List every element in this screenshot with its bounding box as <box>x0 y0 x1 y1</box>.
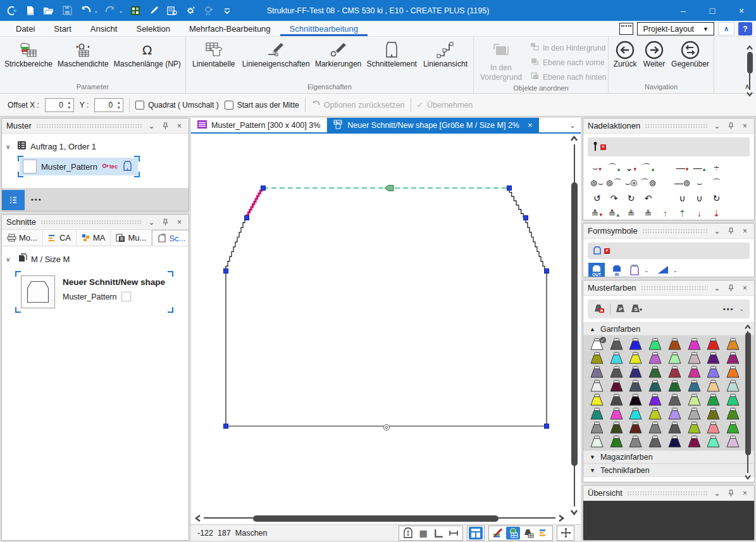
close-icon[interactable]: × <box>175 218 184 227</box>
canvas-horizontal-scrollbar[interactable] <box>194 513 566 523</box>
offset-x-input[interactable]: 0▴▾ <box>45 98 74 112</box>
linientabelle-button[interactable]: Linientabelle <box>188 39 240 68</box>
needle-action-icon[interactable]: ↷ <box>605 194 623 203</box>
needle-action-icon[interactable]: ÷ <box>708 163 725 172</box>
yarn-color-swatch[interactable] <box>607 421 626 434</box>
needle-action-icon[interactable]: ⇣ <box>708 209 725 218</box>
origin-marker[interactable] <box>383 424 389 430</box>
yarn-color-swatch[interactable] <box>587 365 607 379</box>
yarn-color-swatch[interactable] <box>665 435 685 448</box>
yarn-color-swatch[interactable] <box>723 407 743 420</box>
overview-preview[interactable] <box>583 501 754 540</box>
shape-node[interactable] <box>545 424 549 429</box>
yarn-color-swatch[interactable] <box>626 393 646 406</box>
cone-table-icon[interactable] <box>521 527 535 539</box>
yarn-color-swatch[interactable] <box>704 421 724 434</box>
yarn-color-swatch[interactable] <box>626 407 646 420</box>
schnittelement-button[interactable]: Schnittelement <box>364 39 419 68</box>
shape-node[interactable] <box>545 269 549 274</box>
chevron-down-icon[interactable]: ⌄ <box>739 306 744 312</box>
musterfarben-scrollbar[interactable] <box>743 324 752 481</box>
needle-action-icon[interactable]: ⌣▾ <box>588 163 605 172</box>
shape-node[interactable] <box>224 424 228 429</box>
layout-dropdown[interactable]: Projekt-Layout▼ <box>637 22 714 35</box>
row-colors-icon[interactable] <box>536 527 550 539</box>
minimize-button[interactable]: – <box>669 0 698 21</box>
pattern-shape[interactable] <box>191 134 568 516</box>
undo-icon[interactable] <box>79 4 92 17</box>
chevron-down-icon[interactable]: ⌄ <box>712 489 722 498</box>
needle-action-icon[interactable]: —⊚ <box>674 179 691 187</box>
yarn-color-swatch[interactable] <box>685 435 704 448</box>
more-colors-button[interactable]: ••• <box>723 305 734 313</box>
panel-grip[interactable] <box>642 229 708 234</box>
yarn-color-swatch[interactable] <box>626 337 646 351</box>
chevron-down-icon[interactable]: ⌄ <box>147 218 156 227</box>
yarn-color-swatch[interactable] <box>626 351 646 365</box>
shape-edge-stepped[interactable] <box>247 188 263 218</box>
needle-action-icon[interactable]: ↺ <box>588 194 605 203</box>
linienansicht-button[interactable]: Linienansicht <box>419 39 471 68</box>
linieneigenschaften-button[interactable]: Linieneigenschaften <box>240 39 313 68</box>
yarn-color-swatch[interactable] <box>723 379 743 393</box>
redo-dropdown-icon[interactable]: ⌄ <box>119 8 124 14</box>
offset-y-input[interactable]: 0▴▾ <box>94 98 123 112</box>
yarn-color-swatch[interactable] <box>723 351 743 365</box>
width-measure-icon[interactable] <box>447 527 461 539</box>
canvas-vertical-scrollbar[interactable] <box>569 134 579 517</box>
needle-action-icon[interactable]: ⌒▴ <box>640 163 657 172</box>
panel-grip[interactable] <box>36 123 142 129</box>
yarn-color-swatch[interactable] <box>685 407 704 420</box>
yarn-color-swatch[interactable] <box>645 393 665 406</box>
needle-action-icon[interactable]: ≗ <box>623 209 640 218</box>
needle-action-icon[interactable]: ≙▴ <box>605 209 623 218</box>
move-icon[interactable] <box>559 527 573 539</box>
list-view-button[interactable] <box>2 190 25 210</box>
tab-neuer-schnitt[interactable]: Neuer Schnitt/New shape [Größe M / Size … <box>327 118 538 132</box>
yarn-color-swatch[interactable] <box>723 435 743 448</box>
canvas[interactable] <box>191 134 581 524</box>
chevron-down-icon[interactable]: ⌄ <box>147 122 156 130</box>
yarn-color-swatch[interactable] <box>587 351 607 365</box>
tab-selektion[interactable]: Selektion <box>127 21 179 36</box>
more-options-button[interactable]: ••• <box>31 196 42 203</box>
module-explorer-icon[interactable] <box>129 4 142 17</box>
in-den-hintergrund-button[interactable]: In den Hintergrund <box>530 42 606 53</box>
yarn-color-swatch[interactable] <box>587 379 607 393</box>
narrowing-in-symbol[interactable]: IN <box>609 263 625 277</box>
yarn-color-swatch[interactable] <box>626 435 646 448</box>
yarn-color-swatch[interactable] <box>607 435 626 448</box>
gore-symbol[interactable] <box>657 265 669 277</box>
yarn-color-swatch[interactable] <box>665 337 685 351</box>
yarn-color-swatch[interactable] <box>645 421 665 434</box>
tab-module[interactable]: Mo... <box>2 230 43 246</box>
shape-node[interactable] <box>524 216 528 220</box>
pin-icon[interactable] <box>726 122 736 130</box>
yarn-color-swatch[interactable] <box>704 337 724 351</box>
shape-node[interactable] <box>224 269 228 274</box>
ebene-nach-hinten-button[interactable]: Ebene nach hinten <box>530 72 606 82</box>
close-icon[interactable]: × <box>740 122 750 130</box>
help-button[interactable]: ? <box>738 22 752 35</box>
gegenueber-button[interactable]: Gegenüber <box>669 39 712 68</box>
tab-start[interactable]: Start <box>44 21 80 36</box>
yarn-color-swatch[interactable] <box>704 351 724 365</box>
strickbereiche-button[interactable]: Strickbereiche <box>2 39 55 68</box>
pin-icon[interactable] <box>161 122 170 130</box>
in-den-vordergrund-button[interactable]: In den Vordergrund <box>476 39 526 82</box>
needle-action-icon[interactable]: ⌒ <box>708 179 725 187</box>
selected-form-symbol[interactable]: ✕ <box>588 243 750 259</box>
needle-action-icon[interactable]: ≙▾ <box>588 209 605 218</box>
section-magazinfarben[interactable]: ▼Magazinfarben <box>583 450 754 463</box>
yarn-color-swatch[interactable] <box>665 379 685 393</box>
yarn-color-swatch[interactable] <box>685 379 704 393</box>
layout-view-icon[interactable] <box>469 527 483 539</box>
pin-icon[interactable] <box>726 489 736 497</box>
shape-edge-stepped[interactable] <box>526 218 547 271</box>
needle-action-icon[interactable]: ↓ <box>691 209 708 218</box>
yarn-color-swatch[interactable] <box>665 421 685 434</box>
close-icon[interactable]: × <box>740 489 750 498</box>
needle-action-icon[interactable]: ⌣ <box>691 179 708 187</box>
yarn-color-swatch[interactable] <box>704 407 724 420</box>
sintral-icon[interactable]: sin <box>202 4 215 17</box>
